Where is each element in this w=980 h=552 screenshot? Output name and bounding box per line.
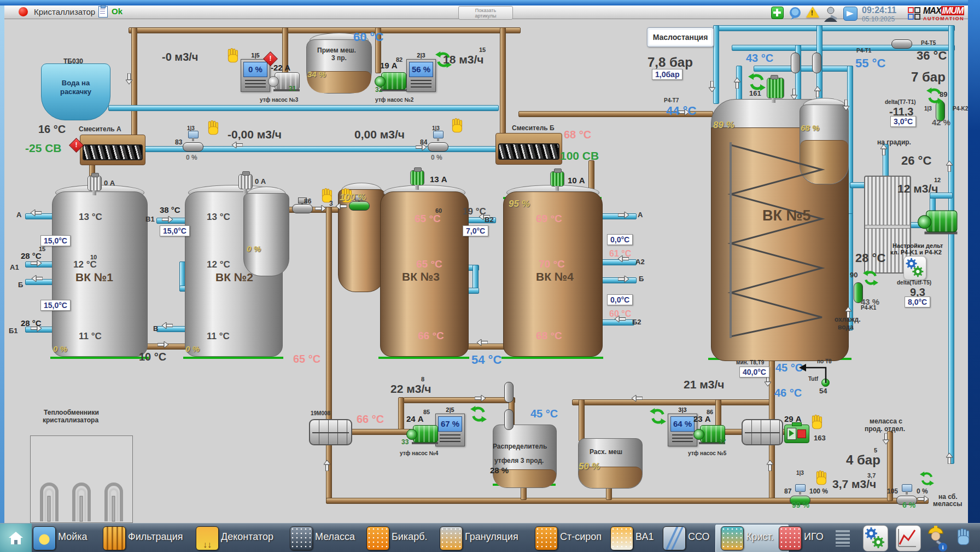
taskbar-icon-10[interactable] (779, 526, 802, 550)
mixer-a[interactable] (80, 135, 145, 165)
taskbar-icon-6[interactable] (535, 526, 558, 550)
filter-2 (742, 419, 783, 445)
label-temp-66-line: 66 °C (357, 414, 384, 425)
pipe-filter-pump4 (350, 429, 411, 435)
label-port-br-tag: Б (639, 275, 644, 283)
setpoint-setp-b2[interactable]: 0,0°C (607, 294, 633, 305)
manual-v84-hand-icon[interactable] (451, 118, 465, 137)
label-temp-36: 36 °C (917, 49, 947, 62)
label-v84-ratio: 1|3 (432, 126, 440, 132)
label-vk1-temp-bot: 11 °C (79, 332, 102, 341)
pipe-right-edge (948, 25, 954, 464)
flow-arrow-a-m5 (844, 100, 850, 111)
label-vk2-amp: 0 А (255, 178, 266, 185)
setpoint-setp-mint[interactable]: 40,0°C (739, 367, 769, 377)
taskbar-icon-8[interactable] (663, 526, 686, 550)
label-port-a2-tag: А2 (635, 258, 645, 266)
taskbar-icon-0[interactable] (33, 526, 56, 550)
delta-settings-button[interactable] (903, 256, 926, 280)
motor-vk5[interactable] (767, 78, 784, 98)
label-sb-line1: на сб. (938, 493, 958, 501)
stop-icon[interactable] (797, 429, 806, 438)
label-temp-65-line: 65 °C (293, 353, 320, 365)
home-button[interactable] (0, 524, 32, 552)
vfd-pump3[interactable]: 1|50 % (241, 59, 270, 92)
label-vk1-amp: 0 А (104, 179, 115, 187)
setpoint-setp-deltat5[interactable]: 8,0°C (905, 297, 930, 307)
pump-utf-4[interactable] (406, 424, 438, 446)
label-vk3-amp: 13 А (430, 175, 447, 184)
label-v87-out: 99 % (792, 501, 809, 509)
label-press-4-sup: 5 (874, 448, 877, 454)
setpoint-setp-oil[interactable]: 1,0бар (652, 69, 682, 80)
auto-pump5-auto-icon[interactable] (650, 408, 666, 427)
taskbar-icon-4[interactable] (366, 526, 389, 550)
motor-vk1[interactable] (88, 176, 102, 191)
vfd-pump4[interactable]: 2|567 % (435, 414, 465, 446)
auto-pump4-auto-icon[interactable] (470, 406, 487, 425)
vfd-pump2[interactable]: 2|356 % (406, 59, 436, 92)
taskbar-item-0[interactable]: Мойка (58, 531, 88, 543)
taskbar-icon-2[interactable] (196, 526, 219, 550)
taskbar-item-3[interactable]: Меласса (315, 531, 355, 543)
flow-arrow-a-m3 (792, 89, 798, 100)
auto-p4k1-auto-icon[interactable] (863, 270, 878, 288)
setpoint-setp-b[interactable]: 15,0°C (40, 300, 71, 311)
pump-hx[interactable] (918, 209, 958, 236)
taskbar-item-8[interactable]: ССО (688, 531, 710, 543)
taskbar-icon-7[interactable] (610, 526, 633, 550)
label-v84-id: 84 (420, 139, 427, 146)
setpoint-setp-a[interactable]: 15,0°C (40, 235, 71, 246)
label-vk4-temp-bot: 68 °C (536, 330, 562, 341)
manual-29a-hand-icon[interactable] (810, 415, 825, 433)
menu-icon[interactable] (836, 530, 850, 547)
taskbar-item-9[interactable]: Крист. (746, 531, 774, 543)
taskbar-icon-5[interactable] (440, 526, 463, 550)
label-temp-45-raspred: 45 °C (530, 408, 558, 420)
taskbar-item-5[interactable]: Грануляция (465, 531, 518, 543)
oil-station-button[interactable]: Маслостанция (647, 27, 714, 47)
setpoint-setp-delta71[interactable]: 3,0°C (890, 116, 916, 127)
taskbar-item-4[interactable]: Бикарб. (392, 531, 427, 543)
label-deltaset-line1: Настройки дельт (892, 243, 943, 249)
taskbar-item-2[interactable]: Деконтатор (221, 531, 273, 543)
motor-vk3[interactable] (410, 170, 424, 185)
motor-29a[interactable] (784, 425, 809, 443)
mixer-b[interactable] (495, 133, 562, 165)
motor-vk4[interactable] (550, 171, 564, 187)
flow-arrow-a-m4 (813, 86, 820, 97)
taskbar-item-7[interactable]: ВА1 (635, 531, 654, 543)
taskbar-icon-3[interactable] (290, 526, 313, 550)
taskbar-item-6[interactable]: Ст-сироп (560, 531, 602, 543)
label-flow-12: 12 м3/ч (897, 183, 938, 195)
vfd-pump5[interactable]: 3|364 % (668, 414, 697, 446)
manual-pump3-hand-icon[interactable] (226, 48, 241, 67)
taskbar-item-10[interactable]: ИГО (804, 531, 824, 543)
label-priem-level: 34 % (307, 70, 326, 79)
setpoint-setp-v1[interactable]: 15,0°C (160, 225, 190, 236)
vk5-coil (726, 142, 827, 339)
flow-arrow-a-redge2 (945, 453, 952, 464)
manual-v83-hand-icon[interactable] (207, 120, 221, 139)
auto-v105-auto-icon[interactable] (920, 472, 934, 488)
setpoint-setp-v2[interactable]: 7,0°C (463, 225, 488, 236)
service-button[interactable]: i (923, 525, 948, 552)
trends-button[interactable] (896, 525, 921, 551)
touch-icon[interactable] (956, 528, 972, 550)
taskbar-icon-1[interactable] (103, 526, 126, 550)
label-melassa-line1: меласса с (870, 418, 902, 425)
manual-v87-hand-icon[interactable] (815, 470, 829, 489)
taskbar-item-1[interactable]: Фильтрация (128, 531, 183, 543)
label-sv-minus25: -25 СВ (25, 142, 62, 154)
label-id-90: 90 (850, 271, 858, 279)
label-id-89: 89 (940, 91, 947, 98)
label-flow-minus000: -0,00 м3/ч (228, 129, 282, 141)
start-icon[interactable] (787, 428, 796, 440)
taskbar-icon-9[interactable] (721, 526, 744, 550)
label-min-t8t9: мин. Т8,Т9 (736, 360, 764, 366)
motor-vk2[interactable] (238, 174, 253, 189)
settings-button[interactable] (863, 525, 888, 551)
flow-arrow-a-m2 (733, 78, 739, 89)
label-temp-61: 61 °C (609, 249, 631, 259)
setpoint-setp-a2[interactable]: 0,0°C (607, 234, 633, 245)
